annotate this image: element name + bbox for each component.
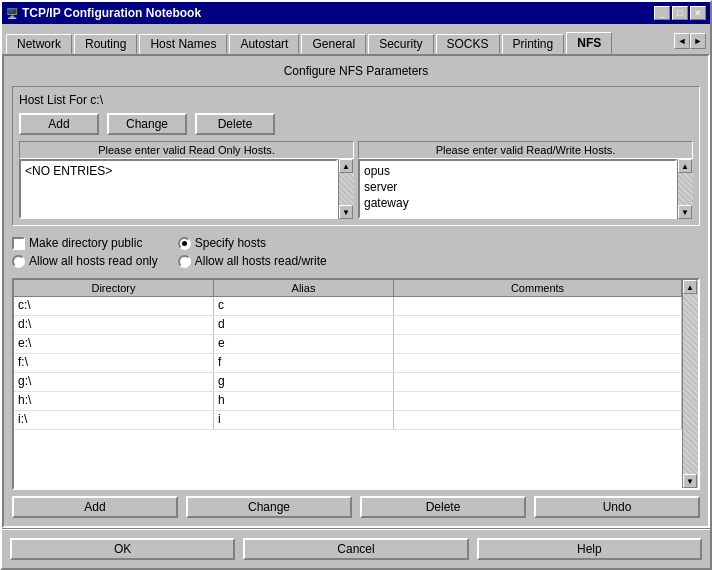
delete-top-button[interactable]: Delete xyxy=(195,113,275,135)
allow-all-hosts-read-write-option[interactable]: Allow all hosts read/write xyxy=(178,254,327,268)
allow-all-hosts-read-only-label: Allow all hosts read only xyxy=(29,254,158,268)
scroll-down-button[interactable]: ▼ xyxy=(683,474,697,488)
dir-cell-directory: c:\ xyxy=(14,297,214,315)
cancel-button[interactable]: Cancel xyxy=(243,538,468,560)
dir-cell-alias: h xyxy=(214,392,394,410)
directory-col-header: Directory xyxy=(14,280,214,296)
maximize-button[interactable]: □ xyxy=(672,6,688,20)
tab-printing[interactable]: Printing xyxy=(502,34,565,54)
scroll-up-btn[interactable]: ▲ xyxy=(678,159,692,173)
host-list-group: Host List For c:\ Add Change Delete Plea… xyxy=(12,86,700,226)
window-title: TCP/IP Configuration Notebook xyxy=(22,6,654,20)
table-row[interactable]: e:\ e xyxy=(14,335,682,354)
directory-table-scrollbar: ▲ ▼ xyxy=(682,280,698,488)
tab-network[interactable]: Network xyxy=(6,34,72,54)
dir-cell-comments xyxy=(394,335,682,353)
scroll-down-btn[interactable]: ▼ xyxy=(339,205,353,219)
list-item: gateway xyxy=(362,195,673,211)
delete-bottom-button[interactable]: Delete xyxy=(360,496,526,518)
dir-cell-directory: g:\ xyxy=(14,373,214,391)
dir-cell-directory: i:\ xyxy=(14,411,214,429)
scroll-up-btn[interactable]: ▲ xyxy=(339,159,353,173)
tab-socks[interactable]: SOCKS xyxy=(436,34,500,54)
scroll-up-button[interactable]: ▲ xyxy=(683,280,697,294)
options-row: Make directory public Allow all hosts re… xyxy=(12,232,700,272)
tab-scroll-right[interactable]: ► xyxy=(690,33,706,49)
tab-general[interactable]: General xyxy=(301,34,366,54)
add-bottom-button[interactable]: Add xyxy=(12,496,178,518)
directory-table: Directory Alias Comments c:\ c d:\ d xyxy=(12,278,700,490)
tab-hostnames[interactable]: Host Names xyxy=(139,34,227,54)
table-row[interactable]: d:\ d xyxy=(14,316,682,335)
specify-hosts-option[interactable]: Specify hosts xyxy=(178,236,327,250)
dir-cell-alias: e xyxy=(214,335,394,353)
page-title: Configure NFS Parameters xyxy=(12,64,700,78)
tab-nfs[interactable]: NFS xyxy=(566,32,612,54)
tab-security[interactable]: Security xyxy=(368,34,433,54)
table-row[interactable]: g:\ g xyxy=(14,373,682,392)
tab-scroll-buttons: ◄ ► xyxy=(674,33,706,49)
directory-table-body: c:\ c d:\ d e:\ e xyxy=(14,297,682,488)
scroll-track xyxy=(678,173,693,205)
make-dir-public-option[interactable]: Make directory public xyxy=(12,236,158,250)
read-write-list-box[interactable]: opus server gateway xyxy=(358,159,677,219)
top-button-row: Add Change Delete xyxy=(19,113,693,135)
read-write-list-header: Please enter valid Read/Write Hosts. xyxy=(358,141,693,159)
tab-bar: Network Routing Host Names Autostart Gen… xyxy=(2,24,710,54)
table-row[interactable]: c:\ c xyxy=(14,297,682,316)
dir-cell-comments xyxy=(394,297,682,315)
change-top-button[interactable]: Change xyxy=(107,113,187,135)
title-bar-buttons: _ □ ✕ xyxy=(654,6,706,20)
close-button[interactable]: ✕ xyxy=(690,6,706,20)
directory-table-inner: Directory Alias Comments c:\ c d:\ d xyxy=(14,280,682,488)
add-top-button[interactable]: Add xyxy=(19,113,99,135)
read-only-list-with-scroll: <NO ENTRIES> ▲ ▼ xyxy=(19,159,354,219)
tab-scroll-left[interactable]: ◄ xyxy=(674,33,690,49)
right-options-col: Specify hosts Allow all hosts read/write xyxy=(178,236,327,268)
dir-cell-comments xyxy=(394,411,682,429)
scroll-track xyxy=(683,294,698,474)
table-row[interactable]: h:\ h xyxy=(14,392,682,411)
read-only-list-box[interactable]: <NO ENTRIES> xyxy=(19,159,338,219)
dir-cell-alias: f xyxy=(214,354,394,372)
content-area: Configure NFS Parameters Host List For c… xyxy=(2,54,710,528)
read-write-list-container: Please enter valid Read/Write Hosts. opu… xyxy=(358,141,693,219)
footer-button-row: OK Cancel Help xyxy=(2,530,710,568)
ok-button[interactable]: OK xyxy=(10,538,235,560)
dir-cell-directory: e:\ xyxy=(14,335,214,353)
dir-cell-directory: h:\ xyxy=(14,392,214,410)
allow-all-hosts-read-only-radio[interactable] xyxy=(12,255,25,268)
window: 🖥️ TCP/IP Configuration Notebook _ □ ✕ N… xyxy=(0,0,712,570)
help-button[interactable]: Help xyxy=(477,538,702,560)
comments-col-header: Comments xyxy=(394,280,682,296)
title-bar: 🖥️ TCP/IP Configuration Notebook _ □ ✕ xyxy=(2,2,710,24)
tab-routing[interactable]: Routing xyxy=(74,34,137,54)
allow-all-hosts-read-write-radio[interactable] xyxy=(178,255,191,268)
dir-cell-alias: d xyxy=(214,316,394,334)
dir-cell-alias: c xyxy=(214,297,394,315)
read-write-list-with-scroll: opus server gateway ▲ ▼ xyxy=(358,159,693,219)
allow-all-hosts-read-only-option[interactable]: Allow all hosts read only xyxy=(12,254,158,268)
dir-cell-directory: f:\ xyxy=(14,354,214,372)
undo-bottom-button[interactable]: Undo xyxy=(534,496,700,518)
allow-all-hosts-read-write-label: Allow all hosts read/write xyxy=(195,254,327,268)
host-list-label: Host List For c:\ xyxy=(19,93,693,107)
alias-col-header: Alias xyxy=(214,280,394,296)
read-only-list-header: Please enter valid Read Only Hosts. xyxy=(19,141,354,159)
minimize-button[interactable]: _ xyxy=(654,6,670,20)
change-bottom-button[interactable]: Change xyxy=(186,496,352,518)
table-row[interactable]: i:\ i xyxy=(14,411,682,430)
table-row[interactable]: f:\ f xyxy=(14,354,682,373)
scroll-down-btn[interactable]: ▼ xyxy=(678,205,692,219)
read-only-list-container: Please enter valid Read Only Hosts. <NO … xyxy=(19,141,354,219)
directory-table-container: Directory Alias Comments c:\ c d:\ d xyxy=(12,278,700,490)
bottom-button-row: Add Change Delete Undo xyxy=(12,496,700,518)
make-dir-public-checkbox[interactable] xyxy=(12,237,25,250)
directory-table-header: Directory Alias Comments xyxy=(14,280,682,297)
dir-cell-comments xyxy=(394,373,682,391)
left-options-col: Make directory public Allow all hosts re… xyxy=(12,236,158,268)
dir-cell-alias: i xyxy=(214,411,394,429)
specify-hosts-radio[interactable] xyxy=(178,237,191,250)
dir-cell-comments xyxy=(394,354,682,372)
tab-autostart[interactable]: Autostart xyxy=(229,34,299,54)
